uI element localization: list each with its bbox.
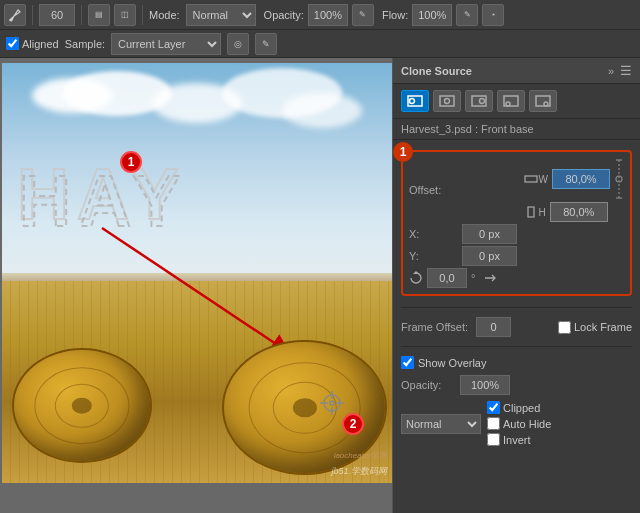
link-icon[interactable] xyxy=(614,158,624,200)
show-overlay-label: Show Overlay xyxy=(418,357,486,369)
w-value[interactable]: 80,0% xyxy=(552,169,610,189)
toggle-icon[interactable]: ✎ xyxy=(255,33,277,55)
frame-offset-row: Frame Offset: Lock Frame xyxy=(401,317,632,337)
lock-frame-checkbox[interactable] xyxy=(558,321,571,334)
watermark2: laocheater学网 xyxy=(334,450,387,461)
panel-expand-icon[interactable]: » xyxy=(608,65,614,77)
sep3 xyxy=(142,5,143,25)
brush-preset-icon[interactable]: ▤ xyxy=(88,4,110,26)
frame-offset-label: Frame Offset: xyxy=(401,321,468,333)
y-input[interactable] xyxy=(462,246,517,266)
source-btn-3[interactable] xyxy=(465,90,493,112)
svg-rect-19 xyxy=(525,176,537,182)
source-btn-5[interactable] xyxy=(529,90,557,112)
rotation-input[interactable] xyxy=(427,268,467,288)
brush-options-icon[interactable]: ◫ xyxy=(114,4,136,26)
source-btn-2[interactable] xyxy=(433,90,461,112)
auto-hide-option: Auto Hide xyxy=(487,417,551,430)
svg-marker-22 xyxy=(413,271,419,274)
flip-icon[interactable] xyxy=(483,271,497,285)
mode-select[interactable]: Normal xyxy=(186,4,256,26)
blend-mode-select[interactable]: Normal xyxy=(401,414,481,434)
mode-label: Mode: xyxy=(149,9,180,21)
source-file-name: Harvest_3.psd : Front base xyxy=(393,119,640,140)
divider1 xyxy=(401,307,632,308)
source-btn-4[interactable] xyxy=(497,90,525,112)
airbrush-icon[interactable]: ⋆ xyxy=(482,4,504,26)
panel-title: Clone Source xyxy=(401,65,472,77)
overlay-opacity-row: Opacity: xyxy=(401,375,632,395)
flow-input[interactable] xyxy=(412,4,452,26)
clipped-label: Clipped xyxy=(503,402,540,414)
svg-rect-21 xyxy=(528,207,534,217)
svg-point-12 xyxy=(445,99,450,104)
hay-bale-left xyxy=(12,348,152,463)
svg-point-14 xyxy=(480,99,485,104)
circle-2-badge: 2 xyxy=(342,413,364,435)
svg-point-18 xyxy=(544,102,548,106)
opacity-label: Opacity: xyxy=(264,9,304,21)
clipped-option: Clipped xyxy=(487,401,551,414)
offset-label-row: Offset: W 80,0% xyxy=(409,158,624,222)
main-area: HAY HAY xyxy=(0,58,640,513)
rotation-icon xyxy=(409,271,423,285)
offset-section: 1 Offset: W 80,0% xyxy=(401,150,632,296)
cloud5 xyxy=(282,93,362,128)
opacity-pressure-icon[interactable]: ✎ xyxy=(352,4,374,26)
offset-circle-1: 1 xyxy=(393,142,413,162)
svg-point-16 xyxy=(506,102,510,106)
sample-select[interactable]: Current Layer xyxy=(111,33,221,55)
flow-pressure-icon[interactable]: ✎ xyxy=(456,4,478,26)
options-column: Clipped Auto Hide Invert xyxy=(487,401,551,446)
blend-options-row: Normal Clipped Auto Hide Invert xyxy=(401,401,632,446)
y-row: Y: xyxy=(409,246,624,266)
y-label: Y: xyxy=(409,250,459,262)
svg-rect-11 xyxy=(440,96,454,106)
invert-label: Invert xyxy=(503,434,531,446)
h-icon: H xyxy=(524,206,546,218)
flow-label: Flow: xyxy=(382,9,408,21)
invert-checkbox[interactable] xyxy=(487,433,500,446)
circle-1-badge: 1 xyxy=(120,151,142,173)
brush-size-input[interactable] xyxy=(39,4,75,26)
source-btn-1[interactable] xyxy=(401,90,429,112)
lock-frame-label: Lock Frame xyxy=(574,321,632,333)
divider2 xyxy=(401,346,632,347)
x-input[interactable] xyxy=(462,224,517,244)
w-row: W 80,0% xyxy=(524,158,624,200)
overlay-opacity-input[interactable] xyxy=(460,375,510,395)
second-toolbar: Aligned Sample: Current Layer ◎ ✎ xyxy=(0,30,640,58)
h-row: H 80,0% xyxy=(524,202,624,222)
wh-group: W 80,0% xyxy=(524,158,624,222)
aligned-checkbox-group: Aligned xyxy=(6,37,59,50)
w-icon: W xyxy=(524,173,548,185)
watermark: jb51.学数码网 xyxy=(331,465,387,478)
auto-hide-label: Auto Hide xyxy=(503,418,551,430)
svg-point-4 xyxy=(330,401,334,405)
top-toolbar: ▤ ◫ Mode: Normal Opacity: ✎ Flow: ✎ ⋆ xyxy=(0,0,640,30)
sample-icon[interactable]: ◎ xyxy=(227,33,249,55)
invert-option: Invert xyxy=(487,433,551,446)
h-value[interactable]: 80,0% xyxy=(550,202,608,222)
auto-hide-checkbox[interactable] xyxy=(487,417,500,430)
aligned-checkbox[interactable] xyxy=(6,37,19,50)
x-row: X: xyxy=(409,224,624,244)
rotation-row: ° xyxy=(409,268,624,288)
panel-menu-icon[interactable]: ☰ xyxy=(620,63,632,78)
separator2 xyxy=(81,5,82,25)
offset-label: Offset: xyxy=(409,184,459,196)
clipped-checkbox[interactable] xyxy=(487,401,500,414)
panel-header: Clone Source » ☰ xyxy=(393,58,640,84)
canvas-area[interactable]: HAY HAY xyxy=(0,58,392,513)
show-overlay-checkbox[interactable] xyxy=(401,356,414,369)
brush-tool-icon[interactable] xyxy=(4,4,26,26)
clone-source-panel: Clone Source » ☰ Harvest xyxy=(392,58,640,513)
frame-offset-input[interactable] xyxy=(476,317,511,337)
canvas-image: HAY HAY xyxy=(2,63,392,483)
overlay-opacity-label: Opacity: xyxy=(401,379,456,391)
opacity-input[interactable] xyxy=(308,4,348,26)
rotation-unit: ° xyxy=(471,272,475,284)
svg-point-0 xyxy=(10,18,13,21)
show-overlay-row: Show Overlay xyxy=(401,356,632,369)
aligned-label: Aligned xyxy=(22,38,59,50)
